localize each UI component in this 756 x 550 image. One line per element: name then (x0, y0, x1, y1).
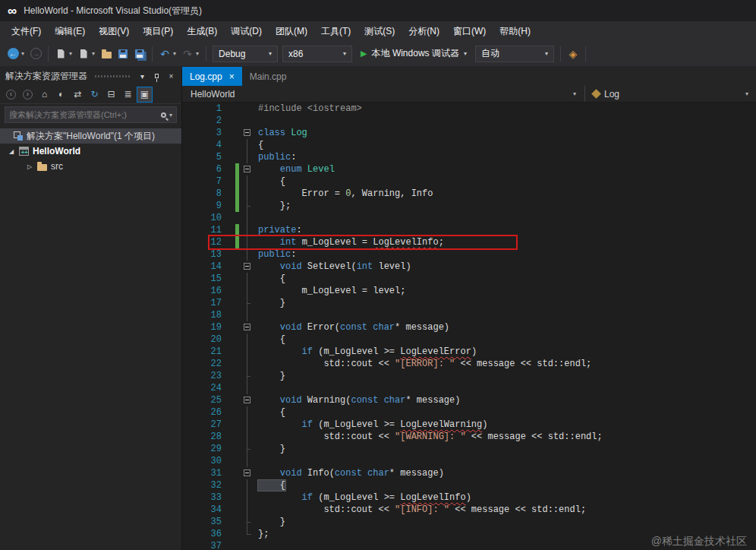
redo-dropdown[interactable]: ▾ (196, 50, 199, 57)
fold-margin (243, 431, 253, 443)
code-line[interactable]: 11private: (182, 224, 756, 236)
expander-open-icon[interactable]: ◢ (8, 148, 15, 155)
code-line[interactable]: 19 void Error(const char* message) (182, 321, 756, 333)
undo-button[interactable]: ↶ (156, 46, 173, 62)
nav-back-dropdown[interactable]: ▾ (21, 50, 24, 57)
code-line[interactable]: 27 if (m_LogLevel >= LogLevelWarning) (182, 419, 756, 431)
scope-dropdown[interactable]: HelloWorld ▾ (182, 89, 584, 100)
code-line[interactable]: 32 { (182, 479, 756, 492)
scope-filter-icon[interactable]: ◐ (53, 87, 69, 103)
solution-platform-select[interactable]: x86 ▾ (282, 46, 352, 62)
home-icon[interactable]: ⌂ (36, 87, 52, 103)
drag-grip[interactable] (94, 74, 131, 78)
code-line[interactable]: 33 if (m_LogLevel >= LogLevelInfo) (182, 492, 756, 504)
menu-item[interactable]: 文件(F) (5, 21, 48, 41)
fold-collapse-icon[interactable] (244, 166, 250, 172)
redo-button[interactable]: ↷ (179, 46, 196, 62)
code-line[interactable]: 10 (182, 212, 756, 224)
code-line[interactable]: 22 std::cout << "[ERROR]: " << message <… (182, 358, 756, 370)
fold-collapse-icon[interactable] (244, 469, 250, 476)
tab-close-icon[interactable]: × (229, 72, 235, 81)
sync-active-document-icon[interactable]: ⇄ (70, 87, 86, 103)
code-line[interactable]: 24 (182, 382, 756, 394)
code-line[interactable]: 2 (182, 115, 756, 127)
save-button[interactable] (115, 46, 131, 62)
code-line[interactable]: 26 { (182, 406, 756, 419)
pin-icon[interactable] (155, 74, 159, 78)
tab-log-cpp[interactable]: Log.cpp× (182, 67, 242, 86)
properties-icon[interactable]: ≣ (120, 87, 136, 103)
code-line[interactable]: 5public: (182, 151, 756, 163)
fold-collapse-icon[interactable] (244, 263, 250, 270)
fold-collapse-icon[interactable] (244, 129, 250, 136)
menu-item[interactable]: 窗口(W) (446, 21, 493, 41)
tree-item-solution[interactable]: 解决方案"HelloWorld"(1 个项目) (0, 128, 181, 144)
code-line[interactable]: 18 (182, 309, 756, 321)
menu-item[interactable]: 分析(N) (402, 21, 446, 41)
code-line[interactable]: 31 void Info(const char* message) (182, 467, 756, 479)
start-debugging-button[interactable]: ▶ 本地 Windows 调试器 ▾ (354, 47, 473, 60)
code-editor[interactable]: 1#include <iostream>23class Log4{5public… (182, 103, 756, 550)
code-line[interactable]: 16 m_LogLevel = level; (182, 285, 756, 297)
nav-back-button[interactable]: ← (5, 46, 21, 62)
fold-collapse-icon[interactable] (244, 397, 250, 403)
refresh-icon[interactable]: ↻ (87, 87, 102, 103)
code-line[interactable]: 21 if (m_LogLevel >= LogLevelError) (182, 346, 756, 358)
open-file-button[interactable] (98, 46, 115, 62)
code-line[interactable]: 28 std::cout << "[WARNING]: " << message… (182, 431, 756, 443)
tab-main-cpp[interactable]: Main.cpp (242, 67, 295, 86)
code-line[interactable]: 1#include <iostream> (182, 103, 756, 115)
menu-item[interactable]: 生成(B) (180, 21, 224, 41)
analyzer-button[interactable]: ◈ (565, 46, 581, 62)
code-line[interactable]: 34 std::cout << "[INFO]: " << message <<… (182, 504, 756, 516)
window-position-dropdown[interactable]: ▾ (137, 72, 147, 81)
menu-item[interactable]: 帮助(H) (493, 21, 537, 41)
code-line[interactable]: 25 void Warning(const char* message) (182, 394, 756, 406)
menu-item[interactable]: 测试(S) (358, 21, 402, 41)
menu-item[interactable]: 项目(P) (136, 21, 180, 41)
code-line[interactable]: 3class Log (182, 127, 756, 139)
code-line[interactable]: 13public: (182, 248, 756, 261)
fold-collapse-icon[interactable] (244, 324, 250, 330)
code-line[interactable]: 29 } (182, 443, 756, 455)
collapse-all-icon[interactable]: ⊟ (103, 87, 119, 103)
nav-forward-button[interactable]: → (27, 46, 44, 62)
code-line[interactable]: 12 int m_LogLevel = LogLevelInfo; (182, 236, 756, 248)
new-project-button[interactable] (52, 46, 69, 62)
new-project-dropdown[interactable]: ▾ (69, 50, 72, 57)
add-item-dropdown[interactable]: ▾ (92, 50, 95, 57)
tree-item-folder[interactable]: ▷src (0, 159, 181, 174)
search-input[interactable]: 搜索解决方案资源管理器(Ctrl+;) ▾ (5, 106, 177, 123)
forward-icon[interactable]: › (20, 87, 36, 103)
code-line[interactable]: 23 } (182, 370, 756, 382)
code-line[interactable]: 7 { (182, 175, 756, 188)
code-line[interactable]: 17 } (182, 297, 756, 309)
solution-configuration-select[interactable]: Debug ▾ (213, 46, 278, 62)
code-line[interactable]: 30 (182, 455, 756, 467)
code-line[interactable]: 4{ (182, 139, 756, 151)
preview-selected-icon[interactable]: ▣ (137, 87, 153, 103)
code-line[interactable]: 20 { (182, 333, 756, 346)
member-dropdown[interactable]: Log ▾ (585, 89, 756, 100)
tree-item-project[interactable]: ◢HelloWorld (0, 144, 181, 159)
search-options-dropdown[interactable]: ▾ (169, 112, 172, 119)
undo-dropdown[interactable]: ▾ (173, 50, 176, 57)
close-icon[interactable]: × (166, 72, 176, 81)
code-line[interactable]: 6 enum Level (182, 163, 756, 175)
menu-item[interactable]: 编辑(E) (48, 21, 92, 41)
back-icon[interactable]: ‹ (3, 87, 19, 103)
save-all-button[interactable] (131, 46, 148, 62)
expander-closed-icon[interactable]: ▷ (26, 163, 33, 170)
auto-select[interactable]: 自动 ▾ (475, 46, 554, 62)
code-line[interactable]: 35 } (182, 516, 756, 528)
menu-item[interactable]: 团队(M) (269, 21, 314, 41)
menu-item[interactable]: 调试(D) (224, 21, 269, 41)
menu-item[interactable]: 工具(T) (314, 21, 358, 41)
add-item-button[interactable] (75, 46, 92, 62)
code-line[interactable]: 8 Error = 0, Warning, Info (182, 188, 756, 200)
menu-item[interactable]: 视图(V) (92, 21, 136, 41)
code-line[interactable]: 15 { (182, 273, 756, 285)
code-line[interactable]: 14 void SetLevel(int level) (182, 261, 756, 273)
code-line[interactable]: 9 }; (182, 200, 756, 212)
fold-margin (243, 443, 253, 455)
